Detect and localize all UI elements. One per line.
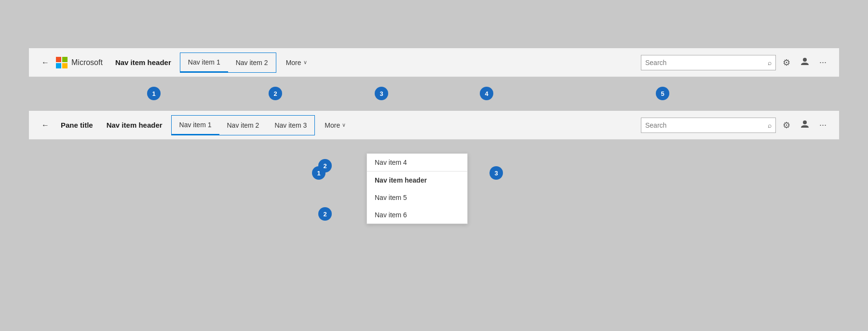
nav-items-group-1: Nav item 1 Nav item 2	[180, 53, 276, 73]
svg-point-1	[803, 120, 807, 124]
settings-button-2[interactable]: ⚙	[780, 118, 793, 132]
pane-title: Pane title	[56, 121, 98, 129]
search-icon-1: ⌕	[768, 59, 772, 66]
back-button-1[interactable]: ←	[39, 56, 52, 69]
badge-1-items: 2	[269, 87, 282, 100]
chevron-down-icon-1: ∨	[303, 59, 307, 66]
badge-1-logo: 1	[147, 87, 161, 100]
dropdown-item-4[interactable]: Nav item 4	[367, 154, 467, 171]
nav-item-2-3[interactable]: Nav item 3	[267, 116, 314, 135]
nav-item-2-2[interactable]: Nav item 2	[219, 116, 267, 135]
user-icon-1	[800, 56, 810, 68]
user-icon-2	[800, 119, 810, 131]
ellipsis-icon-2: ···	[819, 120, 827, 130]
search-input-2[interactable]	[645, 121, 765, 129]
nav-item-2-1[interactable]: Nav item 1	[172, 116, 219, 135]
chevron-down-icon-2: ∨	[342, 122, 346, 128]
dropdown-menu: Nav item 4 Nav item header Nav item 5 Na…	[366, 153, 468, 224]
badge-2-dropdown-bottom: 2	[318, 207, 332, 221]
ellipsis-button-2[interactable]: ···	[816, 118, 829, 132]
badge-1-search: 4	[480, 87, 493, 100]
brand-name: Microsoft	[71, 58, 103, 67]
search-icon-2: ⌕	[768, 121, 772, 129]
nav-items-group-2: Nav item 1 Nav item 2 Nav item 3	[171, 115, 315, 135]
settings-button-1[interactable]: ⚙	[780, 55, 793, 70]
search-input-1[interactable]	[645, 59, 765, 66]
badge-2-more: 3	[489, 166, 503, 180]
back-icon-2: ←	[41, 121, 49, 130]
search-box-2: ⌕	[641, 118, 776, 133]
more-button-2[interactable]: More ∨	[319, 115, 352, 135]
ellipsis-icon-1: ···	[819, 57, 827, 67]
user-button-1[interactable]	[797, 54, 813, 70]
dropdown-header: Nav item header	[367, 172, 467, 189]
nav-item-1-2[interactable]: Nav item 2	[228, 53, 276, 72]
badge-2-dropdown-top: 2	[318, 159, 332, 172]
navbar-1: ← Microsoft Nav item header Nav item 1 N…	[29, 48, 839, 77]
back-button-2[interactable]: ←	[39, 119, 52, 132]
badge-1-icons: 5	[656, 87, 669, 100]
nav-item-1-1[interactable]: Nav item 1	[180, 53, 228, 72]
ellipsis-button-1[interactable]: ···	[816, 55, 829, 69]
back-icon-1: ←	[41, 58, 49, 67]
dropdown-item-6[interactable]: Nav item 6	[367, 206, 467, 224]
microsoft-logo	[56, 57, 68, 68]
nav-item-header-2: Nav item header	[102, 121, 167, 129]
svg-point-0	[803, 58, 807, 62]
settings-icon-2: ⚙	[783, 120, 790, 131]
user-button-2[interactable]	[797, 117, 813, 133]
dropdown-item-5[interactable]: Nav item 5	[367, 189, 467, 206]
navbar-2: ← Pane title Nav item header Nav item 1 …	[29, 111, 839, 140]
search-box-1: ⌕	[641, 55, 776, 70]
nav-item-header-1: Nav item header	[110, 58, 176, 66]
settings-icon-1: ⚙	[783, 57, 790, 68]
badge-1-more: 3	[375, 87, 388, 100]
more-button-1[interactable]: More ∨	[280, 53, 313, 73]
